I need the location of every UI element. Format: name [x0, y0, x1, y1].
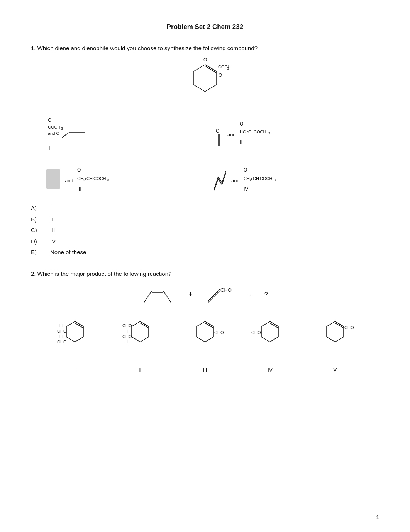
q1-choices-container: O COCH 3 and O 2 I O: [46, 111, 364, 158]
q2-reaction-line: + CHO → ?: [31, 283, 379, 306]
svg-text:O: O: [219, 73, 222, 78]
q1-ans-D-val: IV: [50, 236, 56, 247]
q2-V-label: V: [307, 367, 364, 373]
svg-text:COCH: COCH: [48, 125, 60, 129]
q1-answer-choices: A)I B)II C)III D)IV E)None of these: [31, 203, 379, 258]
q1-ans-B-letter: B): [31, 214, 42, 225]
svg-line-47: [144, 291, 152, 303]
q1-ans-B-val: II: [50, 214, 53, 225]
q1-and-IV: and: [231, 178, 240, 184]
svg-text:CH: CH: [253, 176, 259, 181]
svg-text:O: O: [203, 57, 207, 63]
svg-text:III: III: [77, 186, 81, 192]
svg-text:CHO: CHO: [57, 340, 67, 344]
q2-plus: +: [188, 291, 193, 299]
q2-choices-container: H CHO H CHO I CHO H CHO H II: [46, 316, 364, 373]
svg-marker-54: [66, 321, 83, 342]
svg-text:CH: CH: [86, 176, 93, 181]
q2-question: ?: [264, 291, 268, 298]
svg-text:3: 3: [268, 131, 270, 135]
q2-II-label: II: [111, 367, 168, 373]
svg-line-50: [163, 291, 171, 303]
svg-text:O: O: [77, 167, 81, 173]
q2-choice-IV: CHO IV: [241, 316, 298, 373]
q1-ans-D-letter: D): [31, 236, 42, 247]
q1-and-III: and: [65, 178, 73, 184]
svg-text:IV: IV: [244, 186, 249, 192]
svg-text:COCH: COCH: [260, 176, 272, 181]
svg-text:and O: and O: [48, 131, 59, 136]
target-compound: O COCH 3 O: [31, 57, 379, 103]
svg-text:3: 3: [107, 178, 109, 182]
svg-rect-28: [46, 169, 60, 189]
svg-line-1: [205, 65, 217, 71]
q2-III-label: III: [176, 367, 234, 373]
svg-text:H: H: [59, 323, 63, 328]
question-2-text: 2. Which is the major product of the fol…: [31, 270, 379, 277]
svg-text:CHO: CHO: [214, 330, 224, 335]
q1-ans-C-val: III: [50, 225, 55, 236]
svg-text:O: O: [244, 167, 247, 173]
svg-text:CHO: CHO: [220, 287, 232, 293]
svg-text:H: H: [125, 340, 128, 344]
question-1-block: 1. Which diene and dienophile would you …: [31, 45, 379, 258]
svg-text:CH: CH: [244, 176, 250, 181]
svg-line-51: [208, 291, 220, 303]
svg-text:CHO: CHO: [251, 330, 261, 335]
svg-marker-72: [261, 321, 278, 342]
svg-text:II: II: [240, 139, 242, 145]
svg-text:COCH: COCH: [254, 129, 266, 134]
q1-choice-IV: and O CH 2 CH COCH 3 IV: [213, 165, 364, 197]
q1-choices-row2: and O CH 2 CH COCH 3 III: [46, 165, 364, 197]
svg-text:3: 3: [61, 127, 63, 131]
svg-text:C: C: [248, 129, 251, 134]
svg-marker-61: [132, 321, 149, 342]
page-title: Problem Set 2 Chem 232: [31, 23, 379, 31]
q1-choice-III: and O CH 2 CH COCH 3 III: [46, 165, 197, 197]
svg-text:H: H: [59, 334, 63, 339]
q2-arrow: →: [247, 291, 253, 298]
svg-text:CHO: CHO: [57, 329, 67, 333]
svg-marker-76: [327, 321, 344, 342]
page-number: 1: [376, 514, 379, 520]
q1-ans-A-val: I: [50, 203, 52, 214]
q2-choice-III: CHO III: [176, 316, 234, 373]
svg-line-52: [208, 289, 220, 301]
q2-I-label: I: [46, 367, 103, 373]
svg-marker-68: [197, 321, 213, 342]
svg-text:O: O: [240, 121, 243, 127]
question-1-text: 1. Which diene and dienophile would you …: [31, 45, 379, 51]
q2-IV-label: IV: [241, 367, 298, 373]
q1-ans-A-letter: A): [31, 203, 42, 214]
svg-text:HC: HC: [240, 129, 246, 134]
q1-choice-II-area: O and O HC C COCH 3 II: [213, 111, 364, 158]
q1-and-II: and: [227, 132, 236, 138]
svg-text:O: O: [48, 117, 51, 123]
svg-text:CHO: CHO: [122, 323, 132, 328]
svg-text:CHO: CHO: [344, 325, 354, 330]
svg-text:COCH: COCH: [93, 176, 106, 181]
q1-choice-I: O COCH 3 and O 2 I: [46, 111, 197, 158]
q1-ans-E-letter: E): [31, 247, 42, 258]
svg-text:CHO: CHO: [122, 334, 132, 339]
svg-text:3: 3: [274, 178, 276, 182]
svg-text:3: 3: [227, 66, 229, 70]
question-2-block: 2. Which is the major product of the fol…: [31, 270, 379, 373]
q2-choice-I: H CHO H CHO I: [46, 316, 103, 373]
q2-choice-V: CHO V: [307, 316, 364, 373]
q1-ans-E-val: None of these: [50, 247, 86, 258]
svg-text:H: H: [125, 329, 128, 333]
q1-ans-C-letter: C): [31, 225, 42, 236]
svg-text:CH: CH: [77, 176, 83, 181]
svg-text:O: O: [216, 128, 219, 134]
svg-text:I: I: [49, 145, 50, 151]
svg-line-2: [206, 66, 216, 73]
svg-marker-0: [193, 65, 217, 92]
q2-choice-II: CHO H CHO H II: [111, 316, 168, 373]
